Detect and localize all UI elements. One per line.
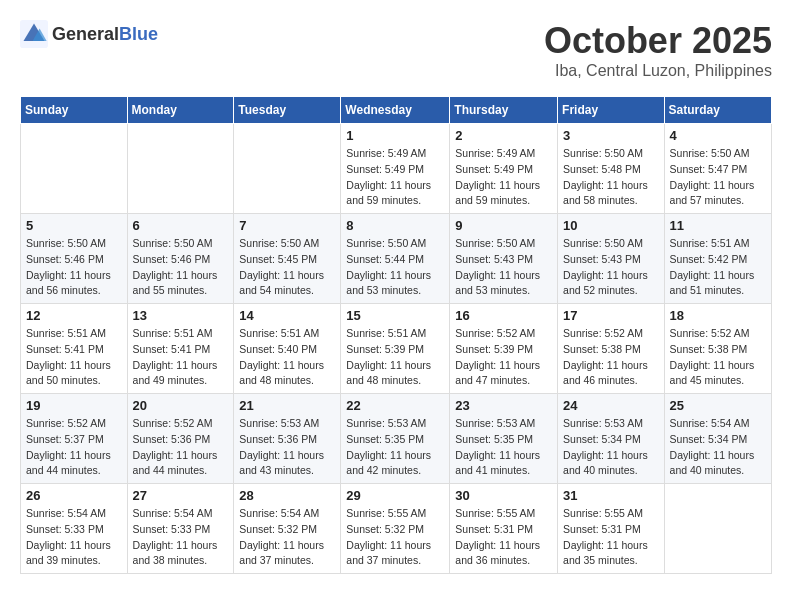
day-number: 12 <box>26 308 122 323</box>
day-number: 8 <box>346 218 444 233</box>
day-info: Sunrise: 5:50 AMSunset: 5:47 PMDaylight:… <box>670 146 766 209</box>
day-info: Sunrise: 5:52 AMSunset: 5:38 PMDaylight:… <box>563 326 659 389</box>
calendar-cell: 4Sunrise: 5:50 AMSunset: 5:47 PMDaylight… <box>664 124 771 214</box>
calendar-cell: 16Sunrise: 5:52 AMSunset: 5:39 PMDayligh… <box>450 304 558 394</box>
day-number: 25 <box>670 398 766 413</box>
day-number: 11 <box>670 218 766 233</box>
calendar-cell: 22Sunrise: 5:53 AMSunset: 5:35 PMDayligh… <box>341 394 450 484</box>
calendar-week-row: 5Sunrise: 5:50 AMSunset: 5:46 PMDaylight… <box>21 214 772 304</box>
day-number: 27 <box>133 488 229 503</box>
day-number: 2 <box>455 128 552 143</box>
day-info: Sunrise: 5:49 AMSunset: 5:49 PMDaylight:… <box>455 146 552 209</box>
day-info: Sunrise: 5:51 AMSunset: 5:39 PMDaylight:… <box>346 326 444 389</box>
day-info: Sunrise: 5:51 AMSunset: 5:41 PMDaylight:… <box>26 326 122 389</box>
day-number: 31 <box>563 488 659 503</box>
calendar-cell: 31Sunrise: 5:55 AMSunset: 5:31 PMDayligh… <box>558 484 665 574</box>
day-number: 24 <box>563 398 659 413</box>
calendar-header-saturday: Saturday <box>664 97 771 124</box>
day-number: 7 <box>239 218 335 233</box>
day-number: 16 <box>455 308 552 323</box>
day-info: Sunrise: 5:53 AMSunset: 5:36 PMDaylight:… <box>239 416 335 479</box>
calendar-cell: 2Sunrise: 5:49 AMSunset: 5:49 PMDaylight… <box>450 124 558 214</box>
calendar-cell: 1Sunrise: 5:49 AMSunset: 5:49 PMDaylight… <box>341 124 450 214</box>
logo: GeneralBlue <box>20 20 158 48</box>
calendar-header-monday: Monday <box>127 97 234 124</box>
day-info: Sunrise: 5:54 AMSunset: 5:34 PMDaylight:… <box>670 416 766 479</box>
calendar-cell: 3Sunrise: 5:50 AMSunset: 5:48 PMDaylight… <box>558 124 665 214</box>
calendar-cell: 28Sunrise: 5:54 AMSunset: 5:32 PMDayligh… <box>234 484 341 574</box>
calendar-cell <box>234 124 341 214</box>
calendar-header-thursday: Thursday <box>450 97 558 124</box>
day-info: Sunrise: 5:54 AMSunset: 5:32 PMDaylight:… <box>239 506 335 569</box>
calendar-cell: 7Sunrise: 5:50 AMSunset: 5:45 PMDaylight… <box>234 214 341 304</box>
day-number: 28 <box>239 488 335 503</box>
page-header: GeneralBlue October 2025 Iba, Central Lu… <box>20 20 772 80</box>
day-number: 1 <box>346 128 444 143</box>
calendar-week-row: 1Sunrise: 5:49 AMSunset: 5:49 PMDaylight… <box>21 124 772 214</box>
day-info: Sunrise: 5:53 AMSunset: 5:34 PMDaylight:… <box>563 416 659 479</box>
calendar-header-sunday: Sunday <box>21 97 128 124</box>
day-info: Sunrise: 5:54 AMSunset: 5:33 PMDaylight:… <box>133 506 229 569</box>
calendar-cell: 8Sunrise: 5:50 AMSunset: 5:44 PMDaylight… <box>341 214 450 304</box>
day-info: Sunrise: 5:50 AMSunset: 5:43 PMDaylight:… <box>563 236 659 299</box>
day-number: 9 <box>455 218 552 233</box>
day-number: 3 <box>563 128 659 143</box>
day-number: 13 <box>133 308 229 323</box>
day-info: Sunrise: 5:50 AMSunset: 5:46 PMDaylight:… <box>26 236 122 299</box>
day-number: 14 <box>239 308 335 323</box>
day-number: 26 <box>26 488 122 503</box>
calendar-header-wednesday: Wednesday <box>341 97 450 124</box>
day-number: 4 <box>670 128 766 143</box>
calendar-week-row: 26Sunrise: 5:54 AMSunset: 5:33 PMDayligh… <box>21 484 772 574</box>
logo-blue: Blue <box>119 24 158 44</box>
day-number: 5 <box>26 218 122 233</box>
day-number: 17 <box>563 308 659 323</box>
day-info: Sunrise: 5:50 AMSunset: 5:45 PMDaylight:… <box>239 236 335 299</box>
day-info: Sunrise: 5:52 AMSunset: 5:37 PMDaylight:… <box>26 416 122 479</box>
day-number: 22 <box>346 398 444 413</box>
month-title: October 2025 <box>544 20 772 62</box>
calendar-cell: 27Sunrise: 5:54 AMSunset: 5:33 PMDayligh… <box>127 484 234 574</box>
calendar-cell: 20Sunrise: 5:52 AMSunset: 5:36 PMDayligh… <box>127 394 234 484</box>
day-number: 6 <box>133 218 229 233</box>
calendar-header-friday: Friday <box>558 97 665 124</box>
logo-icon <box>20 20 48 48</box>
calendar-cell <box>664 484 771 574</box>
calendar-cell: 23Sunrise: 5:53 AMSunset: 5:35 PMDayligh… <box>450 394 558 484</box>
calendar-cell: 10Sunrise: 5:50 AMSunset: 5:43 PMDayligh… <box>558 214 665 304</box>
day-info: Sunrise: 5:50 AMSunset: 5:43 PMDaylight:… <box>455 236 552 299</box>
calendar-cell: 15Sunrise: 5:51 AMSunset: 5:39 PMDayligh… <box>341 304 450 394</box>
day-number: 29 <box>346 488 444 503</box>
calendar-cell: 19Sunrise: 5:52 AMSunset: 5:37 PMDayligh… <box>21 394 128 484</box>
calendar-cell <box>127 124 234 214</box>
day-info: Sunrise: 5:51 AMSunset: 5:42 PMDaylight:… <box>670 236 766 299</box>
calendar-cell: 26Sunrise: 5:54 AMSunset: 5:33 PMDayligh… <box>21 484 128 574</box>
day-info: Sunrise: 5:49 AMSunset: 5:49 PMDaylight:… <box>346 146 444 209</box>
calendar-body: 1Sunrise: 5:49 AMSunset: 5:49 PMDaylight… <box>21 124 772 574</box>
day-number: 19 <box>26 398 122 413</box>
day-number: 30 <box>455 488 552 503</box>
day-info: Sunrise: 5:51 AMSunset: 5:40 PMDaylight:… <box>239 326 335 389</box>
calendar-cell: 5Sunrise: 5:50 AMSunset: 5:46 PMDaylight… <box>21 214 128 304</box>
day-info: Sunrise: 5:51 AMSunset: 5:41 PMDaylight:… <box>133 326 229 389</box>
calendar-cell: 11Sunrise: 5:51 AMSunset: 5:42 PMDayligh… <box>664 214 771 304</box>
day-number: 21 <box>239 398 335 413</box>
calendar-header-tuesday: Tuesday <box>234 97 341 124</box>
day-info: Sunrise: 5:50 AMSunset: 5:44 PMDaylight:… <box>346 236 444 299</box>
day-info: Sunrise: 5:52 AMSunset: 5:38 PMDaylight:… <box>670 326 766 389</box>
calendar-cell: 6Sunrise: 5:50 AMSunset: 5:46 PMDaylight… <box>127 214 234 304</box>
day-number: 18 <box>670 308 766 323</box>
calendar-cell: 9Sunrise: 5:50 AMSunset: 5:43 PMDaylight… <box>450 214 558 304</box>
calendar-cell: 29Sunrise: 5:55 AMSunset: 5:32 PMDayligh… <box>341 484 450 574</box>
day-number: 10 <box>563 218 659 233</box>
logo-general: General <box>52 24 119 44</box>
calendar-week-row: 19Sunrise: 5:52 AMSunset: 5:37 PMDayligh… <box>21 394 772 484</box>
day-info: Sunrise: 5:53 AMSunset: 5:35 PMDaylight:… <box>455 416 552 479</box>
day-number: 15 <box>346 308 444 323</box>
calendar-cell: 25Sunrise: 5:54 AMSunset: 5:34 PMDayligh… <box>664 394 771 484</box>
day-info: Sunrise: 5:50 AMSunset: 5:46 PMDaylight:… <box>133 236 229 299</box>
calendar-header-row: SundayMondayTuesdayWednesdayThursdayFrid… <box>21 97 772 124</box>
location: Iba, Central Luzon, Philippines <box>544 62 772 80</box>
calendar-cell: 13Sunrise: 5:51 AMSunset: 5:41 PMDayligh… <box>127 304 234 394</box>
calendar-cell: 18Sunrise: 5:52 AMSunset: 5:38 PMDayligh… <box>664 304 771 394</box>
